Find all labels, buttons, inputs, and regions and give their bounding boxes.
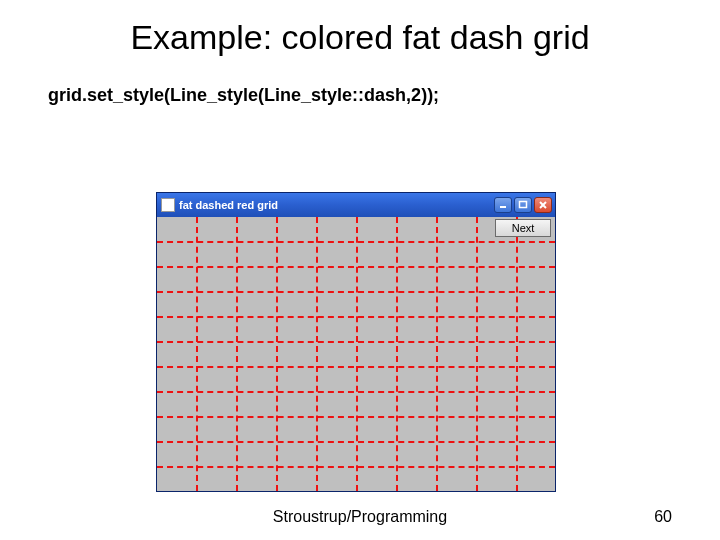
grid-hline — [157, 266, 555, 268]
grid-hline — [157, 441, 555, 443]
app-window: fat dashed red grid Next — [156, 192, 556, 492]
titlebar-controls — [494, 197, 552, 213]
grid-hline — [157, 366, 555, 368]
grid-hline — [157, 241, 555, 243]
grid-canvas — [157, 217, 555, 491]
maximize-button[interactable] — [514, 197, 532, 213]
grid-vline — [356, 217, 358, 491]
grid-vline — [196, 217, 198, 491]
grid-hline — [157, 316, 555, 318]
minimize-button[interactable] — [494, 197, 512, 213]
grid-hline — [157, 416, 555, 418]
svg-rect-1 — [520, 202, 527, 208]
titlebar: fat dashed red grid — [157, 193, 555, 217]
next-button[interactable]: Next — [495, 219, 551, 237]
grid-vline — [316, 217, 318, 491]
grid-hline — [157, 466, 555, 468]
grid-hline — [157, 291, 555, 293]
slide-title: Example: colored fat dash grid — [0, 0, 720, 57]
window-title: fat dashed red grid — [179, 199, 490, 211]
app-icon — [161, 198, 175, 212]
grid-vline — [516, 217, 518, 491]
footer-text: Stroustrup/Programming — [0, 508, 720, 526]
grid-vline — [236, 217, 238, 491]
grid-vline — [476, 217, 478, 491]
page-number: 60 — [654, 508, 672, 526]
code-snippet: grid.set_style(Line_style(Line_style::da… — [48, 85, 720, 106]
grid-vline — [436, 217, 438, 491]
grid-vline — [396, 217, 398, 491]
grid-hline — [157, 341, 555, 343]
client-area: Next — [157, 217, 555, 491]
grid-hline — [157, 391, 555, 393]
grid-vline — [276, 217, 278, 491]
close-button[interactable] — [534, 197, 552, 213]
